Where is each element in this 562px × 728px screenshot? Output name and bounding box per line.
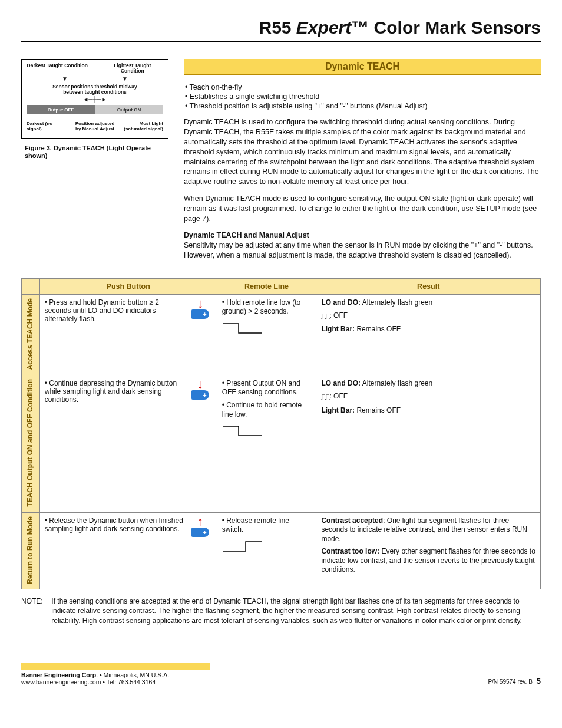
dynamic-button-icon: + xyxy=(191,309,209,319)
fig-bot-left: Darkest (no signal) xyxy=(27,121,68,132)
note-block: NOTE: If the sensing conditions are acce… xyxy=(21,597,541,625)
remote-text-1: • Hold remote line low (to ground) > 2 s… xyxy=(222,298,312,317)
bullet-2: • Establishes a single switching thresho… xyxy=(185,93,541,101)
subheading: Dynamic TEACH and Manual Adjust xyxy=(184,231,541,239)
title-suffix: ™ Color Mark Sensors xyxy=(351,18,541,37)
table-row: Access TEACH Mode • Press and hold Dynam… xyxy=(22,294,541,375)
table-row: Return to Run Mode • Release the Dynamic… xyxy=(22,512,541,589)
figure-caption: Figure 3. Dynamic TEACH (Light Operate s… xyxy=(21,144,168,160)
fig-output-off: Output OFF xyxy=(27,105,95,114)
figure-3: Darkest Taught Condition Lightest Taught… xyxy=(21,59,168,268)
bullet-1: • Teach on-the-fly xyxy=(185,83,541,91)
title-italic: Expert xyxy=(296,18,351,37)
r3-b-label: Contrast too low: xyxy=(321,547,379,555)
remote-text-2b: • Continue to hold remote line low. xyxy=(222,401,312,419)
note-label: NOTE: xyxy=(21,597,49,606)
fig-bot-right: Most Light (saturated signal) xyxy=(122,121,163,132)
arrow-down-icon: ↓ xyxy=(197,379,203,390)
note-text: If the sensing conditions are accepted a… xyxy=(51,597,540,625)
r2-lodo-label: LO and DO: xyxy=(321,379,361,387)
r1-pulse-text: : OFF xyxy=(329,311,348,319)
page-footer: Banner Engineering Corp. • Minneapolis, … xyxy=(21,661,541,686)
procedure-table: Push Button Remote Line Result Access TE… xyxy=(21,278,541,590)
push-text-3: • Release the Dynamic button when finish… xyxy=(45,516,185,533)
fig-top-left: Darkest Taught Condition xyxy=(27,63,88,74)
arrow-up-icon: ↑ xyxy=(197,516,203,527)
bullet-list: • Teach on-the-fly • Establishes a singl… xyxy=(185,83,541,110)
push-text-1: • Press and hold Dynamic button ≥ 2 seco… xyxy=(45,298,185,323)
col-push-button: Push Button xyxy=(39,278,217,294)
footer-contact: www.bannerengineering.com • Tel: 763.544… xyxy=(21,678,210,686)
row-label-1: Access TEACH Mode xyxy=(27,298,35,370)
r2-lodo-text: Alternately flash green xyxy=(361,379,432,387)
footer-location: . • Minneapolis, MN U.S.A. xyxy=(96,671,169,678)
remote-text-2a: • Present Output ON and OFF sensing cond… xyxy=(222,379,312,397)
footer-part-number: P/N 59574 rev. B xyxy=(488,678,532,685)
footer-company: Banner Engineering Corp xyxy=(21,671,96,678)
col-remote-line: Remote Line xyxy=(217,278,316,294)
fig-top-right: Lightest Taught Condition xyxy=(102,63,163,74)
dynamic-button-icon: + xyxy=(191,390,209,400)
paragraph-3: Sensitivity may be adjusted at any time … xyxy=(184,241,541,261)
fig-output-on: Output ON xyxy=(95,105,163,114)
r1-lodo-label: LO and DO: xyxy=(321,298,361,307)
r3-a-label: Contrast accepted xyxy=(321,516,383,525)
r2-bar-label: Light Bar: xyxy=(321,406,355,414)
footer-page-number: 5 xyxy=(537,677,541,686)
remote-line-icon xyxy=(222,538,263,555)
paragraph-1: Dynamic TEACH is used to configure the s… xyxy=(184,117,541,187)
pulse-icon: ⎍⎍ xyxy=(321,391,329,402)
remote-line-icon xyxy=(222,423,263,439)
push-text-2: • Continue depressing the Dynamic button… xyxy=(45,379,185,404)
arrow-down-icon: ↓ xyxy=(197,298,203,309)
r2-pulse-text: : OFF xyxy=(329,393,348,401)
row-label-3: Return to Run Mode xyxy=(27,516,35,584)
r1-lodo-text: Alternately flash green xyxy=(361,298,432,307)
section-heading: Dynamic TEACH xyxy=(184,59,541,75)
table-row: TEACH Output ON and OFF Condition • Cont… xyxy=(22,375,541,512)
remote-line-icon xyxy=(222,320,263,337)
table-corner xyxy=(22,278,40,294)
row-label-2: TEACH Output ON and OFF Condition xyxy=(27,379,35,507)
bullet-3: • Threshold position is adjustable using… xyxy=(185,102,541,110)
fig-mid-text: Sensor positions threshold midway betwee… xyxy=(47,84,143,95)
page-header: R55 Expert™ Color Mark Sensors xyxy=(21,18,541,42)
title-prefix: R55 xyxy=(259,18,296,37)
col-result: Result xyxy=(316,278,541,294)
fig-bot-mid: Position adjusted by Manual Adjust xyxy=(74,121,115,132)
dynamic-button-icon: + xyxy=(191,528,209,537)
remote-text-3: • Release remote line switch. xyxy=(222,516,312,535)
pulse-icon: ⎍⎍ xyxy=(321,311,329,321)
r1-bar-text: Remains OFF xyxy=(355,325,401,333)
r1-bar-label: Light Bar: xyxy=(321,325,355,333)
r2-bar-text: Remains OFF xyxy=(355,406,401,414)
paragraph-2: When Dynamic TEACH mode is used to confi… xyxy=(184,194,541,224)
